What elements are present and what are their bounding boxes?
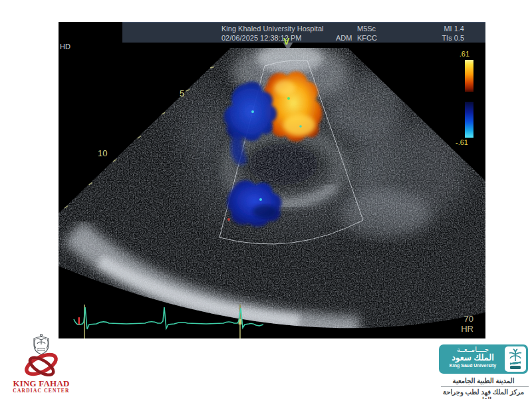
institution-code: KFCC [357, 34, 377, 43]
exam-header-bar: King Khaled University Hospital 02/06/20… [122, 22, 485, 43]
probe-name: M5Sc [357, 25, 376, 33]
hospital-name: King Khaled University Hospital [221, 25, 323, 33]
kfcc-subtitle: CARDIAC CENTER [8, 388, 74, 394]
color-bar-negative [465, 102, 473, 138]
kfcc-logo-art [8, 334, 74, 376]
kfcc-swirl-icon [24, 351, 59, 376]
ecg-trigger-mark [78, 317, 80, 325]
ksu-banner: جــــامــعــة الملك سعود King Saud Unive… [439, 344, 528, 374]
color-scale-min: -.61 [456, 138, 468, 146]
imaging-mode-label: HD [60, 43, 70, 51]
screenshot-root: King Khaled University Hospital 02/06/20… [0, 0, 532, 399]
university-crest-icon [34, 334, 49, 354]
ksu-wordmark: جــــامــعــة الملك سعود King Saud Unive… [442, 346, 504, 368]
ksu-logo: جــــامــعــة الملك سعود King Saud Unive… [439, 344, 531, 399]
kfcc-title: KING FAHAD [8, 379, 74, 388]
color-bar-positive [465, 60, 473, 92]
depth-label-5: 5 [180, 88, 184, 98]
heart-rate-label: HR [461, 324, 473, 334]
depth-label-10: 10 [98, 148, 107, 158]
ksu-divider [441, 386, 529, 387]
color-scale-max: .61 [460, 50, 469, 58]
doppler-color-bar [465, 60, 473, 138]
ksu-medical-city-text: المدينة الطبية الجامعية [439, 377, 528, 385]
ultrasound-image [59, 22, 485, 338]
heart-rate-value: 70 [464, 314, 473, 324]
operator-id: ADM [336, 34, 352, 43]
orientation-marker: V [283, 36, 289, 47]
ksu-palm-emblem-icon [505, 346, 526, 372]
kfcc-logo: KING FAHAD CARDIAC CENTER [8, 334, 74, 396]
ksu-english-name: King Saud University [442, 362, 504, 368]
mi-value: MI 1.4 [444, 25, 464, 33]
sector-fan [59, 22, 485, 338]
exam-datetime: 02/06/2025 12:38:12 PM [221, 34, 301, 43]
tis-value: TIs 0.5 [442, 34, 464, 43]
ultrasound-display: King Khaled University Hospital 02/06/20… [59, 22, 485, 338]
ksu-arabic-line2: الملك سعود [442, 353, 504, 362]
ksu-cardiac-center-text: مركز الملك فهد لطب وجراحة القلب [439, 388, 528, 399]
